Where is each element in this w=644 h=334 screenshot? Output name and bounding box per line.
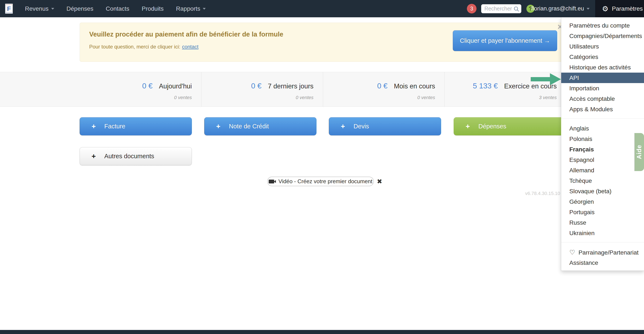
plus-icon: + (341, 122, 345, 131)
stat-sub: 0 ventes (323, 95, 435, 100)
contact-link[interactable]: contact (182, 44, 198, 50)
menu-divider (561, 118, 644, 119)
menu-item-compagnies-departements[interactable]: Compagnies/Départements (561, 31, 644, 41)
stat-value: 0 € (377, 82, 388, 90)
other-documents-button[interactable]: + Autres documents (80, 147, 192, 165)
parrainage-label: Parrainage/Partenariat (578, 249, 639, 256)
payment-alert-title: Veuillez procéder au paiement afin de bé… (89, 31, 284, 38)
menu-item-lang-portugais[interactable]: Portugais (561, 207, 644, 217)
menu-item-categories[interactable]: Catégories (561, 52, 644, 62)
nav-revenus-label: Revenus (25, 5, 49, 12)
navbar-right: 3 ? florian.gras@chift.eu ⚙ Paramètres (467, 0, 644, 17)
pay-subscription-button[interactable]: Cliquer et payer l'abonnement → (453, 30, 557, 51)
nav-depenses[interactable]: Dépenses (60, 0, 100, 17)
stat-label: 7 derniers jours (268, 82, 314, 90)
nav-contacts-label: Contacts (106, 5, 130, 12)
nav-contacts[interactable]: Contacts (100, 0, 136, 17)
menu-item-lang-russe[interactable]: Russe (561, 217, 644, 228)
nav-depenses-label: Dépenses (66, 5, 94, 12)
plus-icon: + (216, 122, 220, 131)
menu-item-lang-georgien[interactable]: Géorgien (561, 196, 644, 207)
footer-bar (0, 330, 644, 334)
menu-item-acces-comptable[interactable]: Accès comptable (561, 94, 644, 104)
menu-item-importation[interactable]: Importation (561, 83, 644, 94)
stat-7-days: 0 € 7 derniers jours 0 ventes (201, 72, 323, 107)
action-label: Dépenses (478, 123, 506, 130)
notification-badge[interactable]: 3 (467, 4, 476, 14)
logo-decoration (6, 5, 12, 5)
user-email: florian.gras@chift.eu (531, 5, 584, 12)
menu-item-lang-francais[interactable]: Français (561, 144, 644, 155)
menu-divider (561, 242, 644, 242)
heart-icon: ♡ (569, 249, 575, 256)
new-quote-button[interactable]: + Devis (329, 117, 441, 135)
plus-icon: + (92, 152, 96, 160)
video-label: Vidéo - Créez votre premier document (278, 178, 372, 185)
menu-item-lang-espagnol[interactable]: Espagnol (561, 155, 644, 165)
settings-label: Paramètres (612, 5, 643, 12)
menu-item-lang-slovaque[interactable]: Slovaque (beta) (561, 186, 644, 196)
menu-item-utilisateurs[interactable]: Utilisateurs (561, 41, 644, 52)
new-expense-button[interactable]: + Dépenses (454, 117, 566, 135)
menu-item-api[interactable]: API (561, 73, 644, 83)
app: F Revenus Dépenses Contacts Produits Rap… (0, 0, 644, 334)
first-document-video-button[interactable]: Vidéo - Créez votre premier document (267, 177, 374, 186)
dismiss-video-icon[interactable]: ✖ (377, 178, 382, 185)
payment-alert-help-text: Pour toute question, merci de cliquer ic… (89, 44, 180, 50)
stat-label: Mois en cours (394, 82, 435, 90)
main-menu: Revenus Dépenses Contacts Produits Rappo… (19, 0, 212, 17)
stat-sub: 3 ventes (445, 95, 557, 100)
settings-dropdown: Paramètres du compte Compagnies/Départem… (561, 17, 644, 271)
menu-item-lang-polonais[interactable]: Polonais (561, 134, 644, 144)
new-credit-note-button[interactable]: + Note de Crédit (204, 117, 316, 135)
logo-letter: F (7, 6, 11, 12)
gear-icon: ⚙ (602, 5, 608, 13)
nav-revenus[interactable]: Revenus (19, 0, 60, 17)
top-navbar: F Revenus Dépenses Contacts Produits Rap… (0, 0, 644, 17)
video-camera-icon (269, 180, 274, 183)
user-menu[interactable]: florian.gras@chift.eu (531, 0, 595, 17)
new-invoice-button[interactable]: + Facture (80, 117, 192, 135)
menu-item-lang-tcheque[interactable]: Tchèque (561, 176, 644, 186)
logo-decoration (6, 13, 12, 13)
plus-icon: + (92, 122, 96, 131)
stat-today: 0 € Aujourd'hui 0 ventes (0, 72, 201, 107)
plus-icon: + (466, 122, 470, 131)
app-logo[interactable]: F (5, 4, 13, 14)
stat-sub: 0 ventes (202, 95, 314, 100)
payment-alert-help: Pour toute question, merci de cliquer ic… (89, 44, 198, 50)
annotation-arrow-icon (531, 73, 561, 85)
menu-item-assistance[interactable]: Assistance (561, 257, 644, 268)
action-label: Note de Crédit (229, 123, 269, 130)
nav-rapports-label: Rapports (176, 5, 200, 12)
search-icon (514, 6, 519, 12)
menu-item-apps-modules[interactable]: Apps & Modules (561, 104, 644, 115)
menu-item-lang-allemand[interactable]: Allemand (561, 165, 644, 176)
version-text: v6.78.4.30.15.10 (497, 191, 560, 196)
menu-item-historique-des-activites[interactable]: Historique des activités (561, 62, 644, 73)
chevron-down-icon (586, 8, 590, 10)
nav-rapports[interactable]: Rapports (170, 0, 212, 17)
menu-item-parametres-du-compte[interactable]: Paramètres du compte (561, 20, 644, 31)
payment-alert: Veuillez procéder au paiement afin de bé… (80, 23, 564, 62)
stat-value: 5 133 € (473, 82, 498, 90)
settings-menu-button[interactable]: ⚙ Paramètres (595, 0, 644, 17)
menu-item-parrainage[interactable]: ♡Parrainage/Partenariat (561, 247, 644, 257)
stat-current-month: 0 € Mois en cours 0 ventes (323, 72, 444, 107)
action-label: Facture (104, 123, 125, 130)
search-box (481, 4, 521, 13)
stat-sub: 0 ventes (0, 95, 192, 100)
nav-produits[interactable]: Produits (136, 0, 170, 17)
help-tab[interactable]: Aide (634, 133, 644, 171)
stat-value: 0 € (251, 82, 262, 90)
chevron-down-icon (51, 8, 54, 10)
menu-item-lang-ukrainien[interactable]: Ukrainien (561, 228, 644, 238)
chevron-down-icon (203, 8, 206, 10)
stat-label: Aujourd'hui (159, 82, 192, 90)
menu-item-lang-anglais[interactable]: Anglais (561, 123, 644, 134)
nav-produits-label: Produits (142, 5, 164, 12)
stat-value: 0 € (142, 82, 152, 90)
action-label: Autres documents (104, 153, 154, 160)
action-label: Devis (354, 123, 369, 130)
